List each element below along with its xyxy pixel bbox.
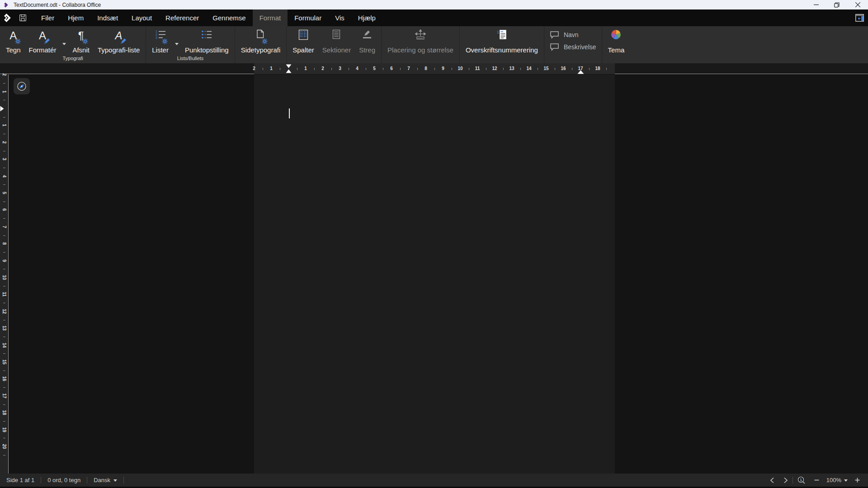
- ruler-number: 17: [578, 63, 583, 74]
- indent-marker[interactable]: [286, 64, 292, 73]
- ruler-number: 16: [561, 63, 566, 74]
- toolbar-group-label: [237, 55, 285, 63]
- ruler-number: 8: [2, 239, 7, 248]
- toolbar-button-placering-og-st-rrelse[interactable]: Placering og størrelse: [383, 26, 458, 55]
- svg-text:2: 2: [156, 33, 157, 36]
- ruler-tick: [3, 134, 5, 134]
- toolbar-button-beskrivelse[interactable]: Beskrivelse: [550, 42, 596, 52]
- toolbar-group: Placering og størrelse: [382, 26, 460, 63]
- toolbar-button-label: Sektioner: [322, 46, 351, 55]
- tab-gennemse[interactable]: Gennemse: [206, 9, 252, 26]
- toolbar-group-label: [383, 55, 458, 63]
- zoom-level-selector[interactable]: 100%: [824, 477, 850, 483]
- toolbar-button-streg[interactable]: Streg: [355, 26, 379, 55]
- tab-indsæt[interactable]: Indsæt: [90, 9, 125, 26]
- toolbar-button-sektioner[interactable]: Sektioner: [318, 26, 355, 55]
- tab-hjem[interactable]: Hjem: [61, 9, 90, 26]
- ruler-number: 1: [304, 63, 307, 74]
- toolbar-button-punktopstilling[interactable]: Punktopstilling: [181, 26, 233, 55]
- toolbar-group-label: [604, 55, 629, 63]
- toolbar-button-afsnit[interactable]: ¶ Afsnit: [68, 26, 94, 55]
- menubar: FilerHjemIndsætLayoutReferencerGennemseF…: [0, 9, 868, 26]
- collabora-logo-button[interactable]: [0, 9, 15, 26]
- next-page-button[interactable]: [779, 477, 793, 483]
- top-margin-marker[interactable]: [0, 106, 4, 112]
- ruler-number: 16: [2, 375, 7, 383]
- toolbar-button-tegn[interactable]: A Tegn: [2, 26, 25, 55]
- ruler-number: 5: [373, 63, 376, 74]
- toolbar-button-label: Navn: [564, 30, 579, 39]
- toolbar-button-spalter[interactable]: Spalter: [288, 26, 318, 55]
- toolbar-button-label: Sidetypografi: [241, 46, 281, 55]
- ruler-tick: [486, 68, 486, 70]
- titlebar: TextDocument.odt - Collabora Office: [0, 0, 868, 9]
- tab-hjælp[interactable]: Hjælp: [351, 9, 382, 26]
- horizontal-ruler: 21123456789101112131415161718: [0, 63, 868, 74]
- tab-vis[interactable]: Vis: [328, 9, 351, 26]
- language-selector[interactable]: Dansk: [87, 477, 123, 483]
- minus-icon: [814, 478, 819, 483]
- statusbar: Side 1 af 1 0 ord, 0 tegn Dansk 1 100%: [0, 474, 868, 487]
- toolbar-group: 123 Lister PunktopstillingLists/Bullets: [146, 26, 235, 63]
- window-title: TextDocument.odt - Collabora Office: [14, 2, 101, 8]
- ruler-tick: [400, 68, 401, 70]
- collabora-logo-icon: [3, 13, 13, 23]
- dropdown-arrow-format-r[interactable]: [60, 26, 68, 55]
- dropdown-arrow-lister[interactable]: [173, 26, 181, 55]
- ruler-number: 8: [425, 63, 427, 74]
- toolbar-button-tema[interactable]: Tema: [604, 26, 629, 55]
- ruler-number: 10: [2, 273, 7, 282]
- tab-referencer[interactable]: Referencer: [159, 9, 206, 26]
- ruler-tick: [3, 202, 5, 202]
- toolbar-button-navn[interactable]: Navn: [550, 30, 596, 39]
- zoom-reset-button[interactable]: 1: [793, 476, 810, 484]
- minimize-button[interactable]: [806, 0, 826, 9]
- ruler-number: 20: [2, 442, 7, 451]
- navigator-button[interactable]: [14, 78, 30, 94]
- document-page[interactable]: [254, 75, 615, 474]
- zoom-out-button[interactable]: [810, 478, 824, 483]
- zoom-page-icon: 1: [797, 476, 805, 484]
- tab-format[interactable]: Format: [253, 9, 288, 26]
- comment-icon: [550, 43, 560, 51]
- save-button[interactable]: [15, 9, 30, 26]
- page-count: Side 1 af 1: [0, 477, 41, 483]
- ruler-tick: [503, 68, 504, 70]
- restore-button[interactable]: [826, 0, 847, 9]
- ruler-tick: [3, 286, 5, 286]
- ruler-number: 12: [492, 63, 497, 74]
- svg-text:3: 3: [156, 36, 157, 39]
- compass-icon: [15, 80, 28, 93]
- sidebar-toggle-button[interactable]: [851, 9, 868, 26]
- ruler-tick: [469, 68, 469, 70]
- tab-filer[interactable]: Filer: [34, 9, 61, 26]
- chevron-right-icon: [783, 477, 788, 483]
- toolbar-button-sidetypografi[interactable]: Sidetypografi: [237, 26, 285, 55]
- close-button[interactable]: [847, 0, 868, 9]
- tab-formular[interactable]: Formular: [288, 9, 328, 26]
- ruler-tick: [3, 371, 5, 371]
- ruler-number: 2: [321, 63, 324, 74]
- sections-icon: [332, 29, 341, 46]
- tab-layout[interactable]: Layout: [125, 9, 159, 26]
- toolbar-group: Navn Beskrivelse: [544, 26, 602, 63]
- ruler-tick: [452, 68, 452, 70]
- numbered-list-gear-icon: 123: [155, 29, 166, 46]
- zoom-in-button[interactable]: [850, 478, 864, 483]
- toolbar-button-lister[interactable]: 123 Lister: [148, 26, 173, 55]
- text-cursor: [289, 108, 290, 118]
- plus-icon: [855, 478, 860, 483]
- toolbar-button-typografi-liste[interactable]: A Typografi-liste: [94, 26, 144, 55]
- ruler-tick: [3, 387, 5, 388]
- toolbar-button-label: Tema: [608, 46, 625, 55]
- toolbar-button-overskriftsnummerering[interactable]: 1 Overskriftsnummerering: [462, 26, 542, 55]
- ruler-tick: [3, 218, 5, 219]
- toolbar-button-format-r[interactable]: A Formatér: [25, 26, 61, 55]
- toolbar-group-label: [546, 55, 600, 63]
- ruler-number: 7: [2, 222, 7, 231]
- ruler-number: 6: [2, 206, 7, 214]
- ruler-number: 13: [2, 324, 7, 333]
- chevron-left-icon: [770, 477, 774, 483]
- save-icon: [19, 14, 27, 22]
- previous-page-button[interactable]: [765, 477, 779, 483]
